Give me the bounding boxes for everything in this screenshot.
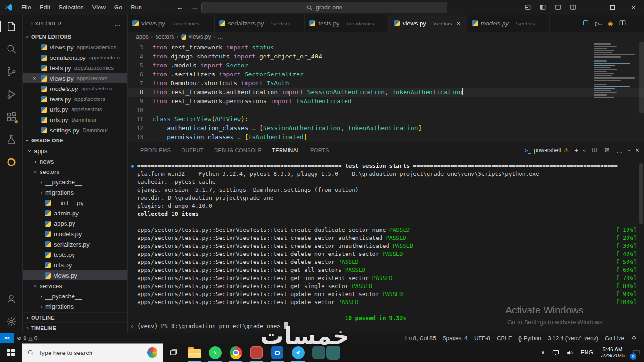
search-highlight-icon[interactable] [147,347,157,358]
toggle-sidebar-right-icon[interactable] [565,0,580,15]
line-number[interactable]: 3 [128,43,152,52]
hidden-icons-chevron[interactable]: ∧ [537,343,548,362]
outline-header[interactable]: › OUTLINE [23,312,127,322]
panel-tab-debug-console[interactable]: DEBUG CONSOLE [209,142,267,158]
terminal-shell-item[interactable]: >_ powershell ⚠ [525,147,569,154]
timeline-header[interactable]: › TIMELINE [23,322,127,333]
notifications-bell-icon[interactable] [627,333,640,343]
open-editor-item[interactable]: ×views.pyapps\sectors [23,73,127,83]
notification-center-button[interactable]: 9 [629,343,644,362]
breadcrumb-item[interactable]: views.py [189,33,211,40]
tree-folder-pycache[interactable]: ›__pycache__ [23,291,127,301]
code-line[interactable]: 9from rest_framework.permissions import … [128,97,644,106]
explorer-icon[interactable] [0,15,23,38]
python-env-icon[interactable] [582,19,589,28]
customize-layout-icon[interactable] [520,0,535,15]
code-line[interactable]: 6from .serializers import SectorSerializ… [128,70,644,79]
display-icon[interactable] [548,343,563,362]
close-icon[interactable]: × [455,20,462,27]
line-number[interactable]: 5 [128,61,152,70]
tree-folder-migrations[interactable]: ›migrations [23,301,127,312]
panel-tab-problems[interactable]: PROBLEMS [135,142,176,158]
tree-folder-migrations[interactable]: ›migrations [23,187,127,197]
breadcrumb-item[interactable]: sectors [155,33,174,40]
close-panel-icon[interactable]: × [636,147,639,154]
panel-more-icon[interactable]: … [616,147,622,154]
status-eol[interactable]: CRLF [494,333,515,343]
status-encoding[interactable]: UTF-8 [471,333,494,343]
code-line[interactable]: 13 permission_classes = [IsAuthenticated… [128,132,644,141]
panel-tab-terminal[interactable]: TERMINAL [267,142,305,158]
code-line[interactable]: 3from rest_framework import status [128,43,644,52]
tree-folder-sectors[interactable]: ›sectors [23,166,127,177]
app-red-button[interactable] [246,343,267,362]
menu-selection[interactable]: Selection [54,0,88,15]
app-teal-button[interactable] [308,343,329,362]
whatsapp-button[interactable] [205,343,225,362]
code-line[interactable]: 10 [128,106,644,115]
tab-models-py[interactable]: models.py...\sectors [467,15,550,32]
run-and-debug-icon[interactable] [0,83,23,106]
explorer-more-icon[interactable]: … [114,20,121,27]
extensions-icon[interactable] [0,106,23,128]
terminal-scrollbar[interactable] [639,163,643,224]
open-editor-item[interactable]: models.pyapps\sectors [23,83,127,94]
tree-file-apps-py[interactable]: apps.py [23,218,127,229]
open-editor-item[interactable]: urls.pyDamnhour [23,115,127,125]
back-button[interactable]: ← [176,3,183,11]
new-terminal-button[interactable]: + [574,147,578,154]
search-icon[interactable] [0,38,23,60]
status-go-live[interactable]: Go Live [602,333,627,343]
tree-folder-services[interactable]: ›services [23,280,127,291]
tree-folder-apps[interactable]: ›apps [23,146,127,156]
breadcrumb-item[interactable]: apps [136,33,149,40]
task-view-button[interactable] [163,343,184,362]
code-line[interactable]: 7from Damnhour.shortcuts import IsAuth [128,79,644,88]
maximize-panel-icon[interactable]: › [628,147,630,154]
status-python-interpreter[interactable]: 3.12.4 ('venv': venv) [545,333,602,343]
close-icon[interactable]: × [33,75,41,81]
remote-indicator[interactable]: >< [0,333,14,343]
run-python-file-icon[interactable]: ▷› [595,20,602,27]
tree-file-views-py[interactable]: views.py [23,270,127,280]
taskbar-search[interactable]: Type here to search [22,343,163,362]
terminal-profile-dropdown-icon[interactable]: › [584,147,586,154]
tree-file-urls-py[interactable]: urls.py [23,260,127,270]
clock[interactable]: 5:46 AM 3/29/2025 [596,346,629,359]
code-line[interactable]: 12 authentication_classes = [SessionAuth… [128,123,644,132]
terminal[interactable]: ========================================… [128,158,644,333]
forward-button[interactable]: → [191,3,198,11]
minimize-button[interactable]: – [580,0,602,15]
code-editor[interactable]: 3from rest_framework import status4from … [128,42,644,142]
tab-serializers-py[interactable]: serializers.py...\sectors [215,15,305,32]
line-number[interactable]: 7 [128,79,152,88]
status-indentation[interactable]: Spaces: 4 [439,333,471,343]
tree-file-serializers-py[interactable]: serializers.py [23,239,127,249]
line-number[interactable]: 13 [128,132,152,141]
jupyter-icon[interactable]: ◉ [608,20,613,27]
open-editors-header[interactable]: › OPEN EDITORS [23,32,127,42]
editor-scrollbar[interactable] [639,42,644,113]
line-number[interactable]: 12 [128,123,152,132]
line-number[interactable]: 6 [128,70,152,79]
tree-file-tests-py[interactable]: tests.py [23,249,127,260]
tab-views-py[interactable]: views.py...\academics [128,15,215,32]
testing-icon[interactable] [0,128,23,151]
open-editor-item[interactable]: tests.pyapps\sectors [23,94,127,104]
line-number[interactable]: 4 [128,52,152,61]
settings-icon[interactable] [0,310,23,333]
tree-file-admin-py[interactable]: admin.py [23,208,127,218]
code-line[interactable]: 11class SectorView(APIView): [128,115,644,123]
open-editor-item[interactable]: tests.pyapps\academics [23,63,127,73]
panel-tab-ports[interactable]: PORTS [305,142,334,158]
menu-edit[interactable]: Edit [35,0,54,15]
kill-terminal-icon[interactable] [603,147,610,155]
source-control-icon[interactable] [0,60,23,83]
menu-file[interactable]: File [17,0,35,15]
tab-views-py[interactable]: views.py...\sectors× [389,15,467,32]
breadcrumb-item[interactable]: ... [218,33,223,40]
tree-folder-news[interactable]: ›news [23,156,127,166]
tree-file-init-py[interactable]: __init__.py [23,197,127,208]
line-number[interactable]: 10 [128,106,152,115]
menu-go[interactable]: Go [110,0,126,15]
